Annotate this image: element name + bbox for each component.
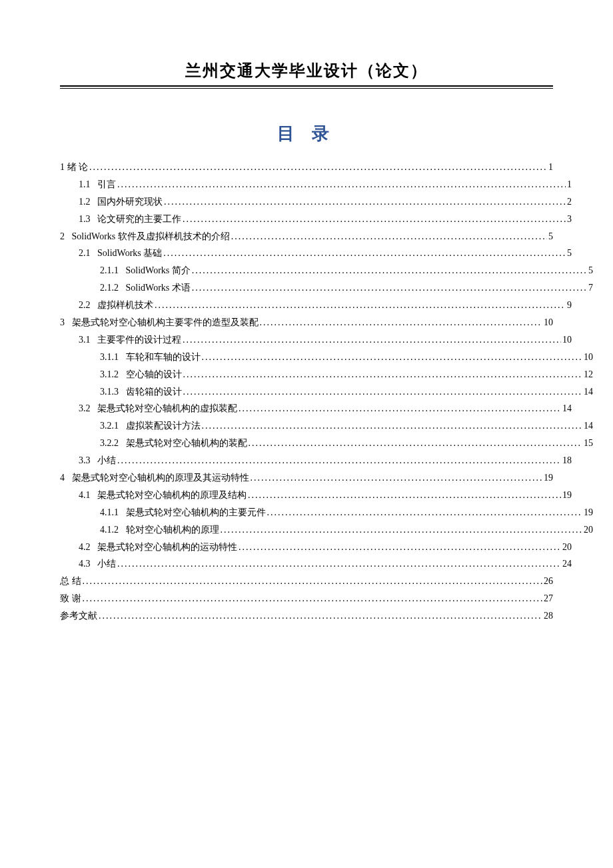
toc-leader-dots xyxy=(183,366,583,383)
toc-entry-page: 10 xyxy=(561,331,572,349)
toc-entry: 3.1.3 齿轮箱的设计14 xyxy=(60,383,593,401)
toc-entry-page: 15 xyxy=(582,435,593,452)
toc-entry-page: 5 xyxy=(587,262,593,279)
toc-entry-label: 架悬式轮对空心轴机构主要零件的造型及装配 xyxy=(72,314,260,331)
toc-leader-dots xyxy=(239,539,561,556)
toc-entry-label: SolidWorks 简介 xyxy=(126,262,192,279)
toc-leader-dots xyxy=(267,504,583,521)
toc-entry: 3 架悬式轮对空心轴机构主要零件的造型及装配10 xyxy=(60,314,553,331)
toc-entry-page: 3 xyxy=(566,211,572,228)
toc-entry: 4.3 小结24 xyxy=(60,555,572,573)
toc-entry: 致 谢27 xyxy=(60,590,553,607)
toc-leader-dots xyxy=(183,331,561,349)
toc-entry-page: 12 xyxy=(582,366,593,383)
toc-leader-dots xyxy=(192,262,587,279)
toc-entry: 3.3 小结18 xyxy=(60,452,572,469)
header-rule-thin xyxy=(60,88,553,89)
document-header-title: 兰州交通大学毕业设计（论文） xyxy=(60,60,553,85)
toc-entry-number: 4.1 xyxy=(79,487,97,504)
toc-entry-page: 19 xyxy=(561,487,572,504)
toc-entry-page: 18 xyxy=(561,452,572,469)
toc-entry: 3.2 架悬式轮对空心轴机构的虚拟装配14 xyxy=(60,400,572,417)
toc-entry: 2.1 SolidWorks 基础5 xyxy=(60,245,572,262)
toc-entry-label: 架悬式轮对空心轴机构的原理及其运动特性 xyxy=(72,469,251,487)
toc-entry: 3.1.1 车轮和车轴的设计10 xyxy=(60,349,593,366)
toc-entry-page: 20 xyxy=(561,539,572,556)
toc-entry-number: 4 xyxy=(60,469,72,487)
toc-entry-label: 虚拟装配设计方法 xyxy=(126,417,202,435)
toc-entry-page: 1 xyxy=(566,176,572,193)
toc-leader-dots xyxy=(117,176,566,193)
document-page: 兰州交通大学毕业设计（论文） 目 录 1 绪 论11.1 引言11.2 国内外研… xyxy=(0,0,613,868)
toc-entry-label: 国内外研究现状 xyxy=(97,193,164,211)
toc-entry-number: 2.1.2 xyxy=(100,279,126,297)
toc-entry: 1 绪 论1 xyxy=(60,159,553,176)
toc-leader-dots xyxy=(117,452,561,469)
toc-entry-page: 14 xyxy=(582,417,593,435)
toc-entry: 4.1.2 轮对空心轴机构的原理20 xyxy=(60,521,593,539)
header-rule-thick xyxy=(60,85,553,87)
toc-entry-page: 2 xyxy=(566,193,572,211)
toc-entry-label: 架悬式轮对空心轴机构的运动特性 xyxy=(97,539,239,556)
toc-entry-page: 14 xyxy=(561,400,572,417)
toc-entry-label: 架悬式轮对空心轴机构的虚拟装配 xyxy=(97,400,239,417)
toc-entry-page: 19 xyxy=(542,469,553,487)
toc-entry: 1.3 论文研究的主要工作3 xyxy=(60,211,572,228)
toc-leader-dots xyxy=(183,383,583,401)
toc-leader-dots xyxy=(202,417,583,435)
toc-entry: 3.2.1 虚拟装配设计方法14 xyxy=(60,417,593,435)
table-of-contents: 1 绪 论11.1 引言11.2 国内外研究现状21.3 论文研究的主要工作32… xyxy=(60,159,553,625)
toc-entry-label: 小结 xyxy=(97,452,117,469)
toc-leader-dots xyxy=(249,435,583,452)
toc-entry-label: 虚拟样机技术 xyxy=(97,297,155,314)
toc-entry-page: 10 xyxy=(542,314,553,331)
toc-entry: 3.2.2 架悬式轮对空心轴机构的装配15 xyxy=(60,435,593,452)
toc-leader-dots xyxy=(251,469,543,487)
toc-entry-page: 10 xyxy=(582,349,593,366)
toc-entry-label: 架悬式轮对空心轴机构的主要元件 xyxy=(126,504,267,521)
toc-entry-label: 引言 xyxy=(97,176,117,193)
toc-entry-number: 3.3 xyxy=(79,452,97,469)
toc-entry-page: 1 xyxy=(547,159,553,176)
toc-entry-label: SolidWorks 基础 xyxy=(97,245,163,262)
toc-entry-label: 架悬式轮对空心轴机构的装配 xyxy=(126,435,249,452)
toc-entry-page: 20 xyxy=(582,521,593,539)
toc-entry-label: 轮对空心轴机构的原理 xyxy=(126,521,221,539)
toc-leader-dots xyxy=(231,228,547,245)
toc-entry-page: 27 xyxy=(542,590,553,607)
toc-entry-page: 7 xyxy=(587,279,593,297)
toc-entry: 1.2 国内外研究现状2 xyxy=(60,193,572,211)
toc-entry-number: 3.1.3 xyxy=(100,383,126,401)
toc-entry: 总 结26 xyxy=(60,573,553,590)
toc-entry-label: SolidWorks 术语 xyxy=(126,279,192,297)
toc-entry: 3.1 主要零件的设计过程10 xyxy=(60,331,572,349)
toc-entry: 4 架悬式轮对空心轴机构的原理及其运动特性19 xyxy=(60,469,553,487)
toc-entry-number: 2.1 xyxy=(79,245,97,262)
toc-entry: 2.1.1 SolidWorks 简介5 xyxy=(60,262,593,279)
toc-entry-label: 参考文献 xyxy=(60,607,99,625)
toc-entry: 1.1 引言1 xyxy=(60,176,572,193)
toc-entry-label: 论文研究的主要工作 xyxy=(97,211,183,228)
toc-leader-dots xyxy=(202,349,583,366)
toc-entry-page: 14 xyxy=(582,383,593,401)
toc-entry: 3.1.2 空心轴的设计12 xyxy=(60,366,593,383)
toc-entry-number: 4.3 xyxy=(79,555,97,573)
toc-entry-number: 3.2 xyxy=(79,400,97,417)
toc-leader-dots xyxy=(117,555,561,573)
toc-entry-number: 1.3 xyxy=(79,211,97,228)
toc-entry-number: 1 xyxy=(60,159,67,176)
toc-leader-dots xyxy=(248,487,561,504)
toc-entry-number: 1.2 xyxy=(79,193,97,211)
toc-entry-number: 4.1.1 xyxy=(100,504,126,521)
toc-leader-dots xyxy=(83,590,543,607)
toc-leader-dots xyxy=(89,159,547,176)
toc-entry-label: 绪 论 xyxy=(67,159,90,176)
toc-entry-label: 齿轮箱的设计 xyxy=(126,383,183,401)
toc-entry-number: 3.1.2 xyxy=(100,366,126,383)
toc-entry-page: 9 xyxy=(566,297,572,314)
toc-leader-dots xyxy=(239,400,561,417)
toc-entry-label: 空心轴的设计 xyxy=(126,366,183,383)
toc-leader-dots xyxy=(192,279,587,297)
toc-entry-number: 3.2.2 xyxy=(100,435,126,452)
toc-entry-label: 车轮和车轴的设计 xyxy=(126,349,202,366)
